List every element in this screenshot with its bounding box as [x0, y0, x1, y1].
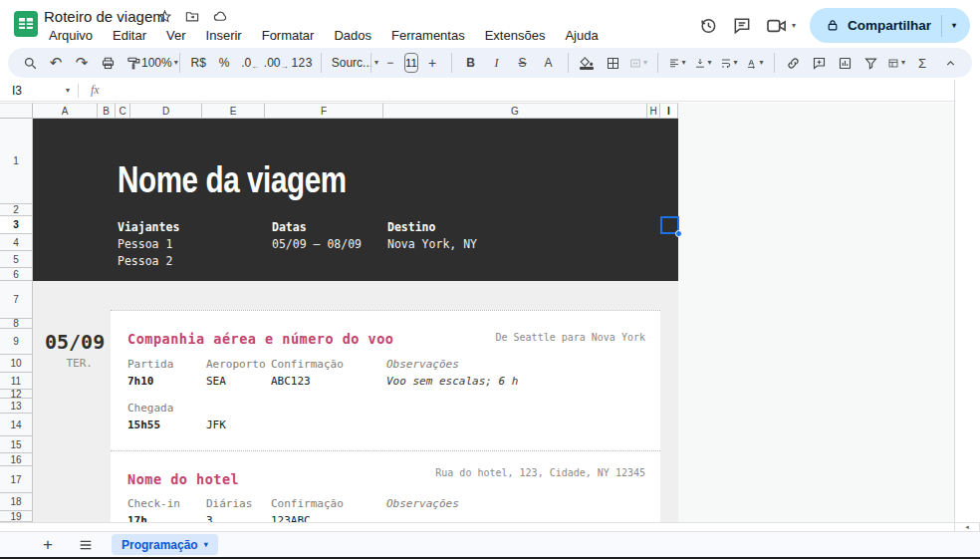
insert-chart-icon[interactable] — [833, 51, 857, 75]
column-header-H[interactable]: H — [647, 103, 660, 119]
row-header-17[interactable]: 17 — [0, 466, 33, 493]
row-header-18[interactable]: 18 — [0, 493, 33, 511]
show-side-panel-button[interactable]: ◂ — [954, 522, 980, 532]
column-header-F[interactable]: F — [265, 103, 383, 119]
fx-icon: fx — [91, 83, 100, 98]
cloud-status-icon[interactable] — [212, 9, 229, 24]
move-folder-icon[interactable] — [184, 9, 200, 24]
column-header-B[interactable]: B — [98, 103, 116, 119]
fill-handle[interactable] — [675, 230, 682, 237]
create-filter-icon[interactable] — [858, 51, 882, 75]
decrease-font-size-button[interactable]: − — [378, 51, 402, 75]
column-header-I[interactable]: I — [660, 103, 678, 119]
menu-item-extenses[interactable]: Extensões — [478, 26, 553, 45]
add-sheet-button[interactable]: + — [36, 535, 60, 555]
menu-item-ajuda[interactable]: Ajuda — [558, 26, 605, 45]
name-box[interactable]: I3 ▾ — [0, 84, 78, 98]
star-icon[interactable] — [157, 9, 172, 24]
undo-button[interactable]: ↶ — [44, 51, 68, 75]
font-name: Sourc... — [332, 56, 372, 70]
sheet-canvas[interactable]: Nome da viagem Viajantes Pessoa 1 Pessoa… — [33, 119, 678, 522]
redo-button[interactable]: ↷ — [70, 51, 94, 75]
row-header-10[interactable]: 10 — [0, 355, 33, 373]
comments-icon[interactable] — [732, 16, 752, 36]
italic-button[interactable]: I — [485, 51, 509, 75]
row-header-5[interactable]: 5 — [0, 251, 33, 268]
bold-button[interactable]: B — [459, 51, 483, 75]
sheets-logo-icon[interactable] — [13, 7, 39, 41]
meet-video-icon[interactable]: ▾ — [766, 17, 796, 35]
row-header-7[interactable]: 7 — [0, 281, 33, 319]
search-icon[interactable] — [18, 51, 42, 75]
version-history-icon[interactable] — [698, 16, 718, 36]
font-size-input[interactable]: 11 — [404, 53, 418, 73]
sheet-tab-caret-icon[interactable]: ▾ — [204, 541, 208, 549]
menu-item-arquivo[interactable]: Arquivo — [42, 26, 100, 45]
row-header-8[interactable]: 8 — [0, 319, 33, 329]
row-header-16[interactable]: 16 — [0, 453, 33, 466]
column-header-D[interactable]: D — [130, 103, 202, 119]
strikethrough-button[interactable]: S — [511, 51, 535, 75]
increase-decimals-button[interactable]: .00→ — [264, 51, 288, 75]
format-percent-button[interactable]: % — [212, 51, 236, 75]
more-formats-button[interactable]: 123 — [290, 51, 314, 75]
row-header-14[interactable]: 14 — [0, 414, 33, 436]
hotel-confirmation-label: Confirmação — [271, 497, 344, 510]
menu-bar: ArquivoEditarVerInserirFormatarDadosFerr… — [42, 26, 606, 45]
document-title[interactable]: Roteiro de viagem — [44, 8, 165, 25]
menu-item-ver[interactable]: Ver — [159, 26, 193, 45]
text-rotation-caret-icon: ▾ — [760, 59, 764, 67]
row-header-9[interactable]: 9 — [0, 329, 33, 355]
insert-comment-icon[interactable] — [807, 51, 831, 75]
functions-button[interactable]: Σ — [910, 51, 934, 75]
merge-cells-button[interactable]: ▾ — [626, 51, 650, 75]
vertical-align-button[interactable]: ▾ — [691, 51, 715, 75]
row-header-12[interactable]: 12 — [0, 390, 33, 399]
column-header-C[interactable]: C — [116, 103, 130, 119]
meet-caret-icon: ▾ — [792, 22, 796, 30]
horizontal-align-button[interactable]: ▾ — [665, 51, 689, 75]
row-header-3[interactable]: 3 — [0, 216, 33, 234]
text-wrap-button[interactable]: ▾ — [717, 51, 741, 75]
menu-item-inserir[interactable]: Inserir — [199, 26, 249, 45]
zoom-control[interactable]: 100% ▾ — [147, 51, 172, 75]
horizontal-scrollbar[interactable] — [0, 522, 954, 532]
table-views-button[interactable]: ▾ — [884, 51, 908, 75]
text-rotation-button[interactable]: ▾ — [743, 51, 767, 75]
row-header-2[interactable]: 2 — [0, 204, 33, 216]
departure-airport: SEA — [206, 375, 226, 388]
decrease-decimals-button[interactable]: .0← — [238, 51, 262, 75]
row-header-4[interactable]: 4 — [0, 234, 33, 251]
collapse-toolbar-icon[interactable] — [938, 51, 962, 75]
row-header-13[interactable]: 13 — [0, 399, 33, 414]
formula-input[interactable] — [100, 80, 954, 101]
row-header-6[interactable]: 6 — [0, 268, 33, 281]
all-sheets-button[interactable] — [74, 537, 98, 553]
share-button[interactable]: Compartilhar ▾ — [810, 8, 970, 43]
toolbar: ↶ ↷ 100% ▾ R$ % .0← .00→ 123 Sourc... ▾ … — [8, 48, 972, 78]
menu-item-dados[interactable]: Dados — [327, 26, 378, 45]
text-color-button[interactable]: A — [537, 51, 561, 75]
borders-icon[interactable] — [601, 51, 624, 75]
insert-link-icon[interactable] — [781, 51, 805, 75]
share-caret-icon[interactable]: ▾ — [952, 22, 956, 30]
column-header-A[interactable]: A — [33, 103, 98, 119]
menu-item-editar[interactable]: Editar — [106, 26, 153, 45]
row-header-19[interactable]: 19 — [0, 511, 33, 522]
increase-font-size-button[interactable]: + — [420, 51, 444, 75]
font-selector[interactable]: Sourc... ▾ — [329, 51, 365, 75]
select-all-corner[interactable] — [0, 103, 33, 119]
sheet-tab-programacao[interactable]: Programação ▾ — [112, 534, 218, 555]
row-header-1[interactable]: 1 — [0, 119, 33, 204]
format-currency-button[interactable]: R$ — [186, 51, 210, 75]
print-icon[interactable] — [96, 51, 120, 75]
fill-color-button[interactable] — [575, 51, 599, 75]
column-header-G[interactable]: G — [383, 103, 647, 119]
day-date: 05/09 — [45, 330, 105, 354]
menu-item-ferramentas[interactable]: Ferramentas — [384, 26, 472, 45]
row-header-15[interactable]: 15 — [0, 436, 33, 453]
destination-value: Nova York, NY — [387, 237, 477, 251]
column-header-E[interactable]: E — [202, 103, 265, 119]
menu-item-formatar[interactable]: Formatar — [255, 26, 322, 45]
row-header-11[interactable]: 11 — [0, 373, 33, 390]
